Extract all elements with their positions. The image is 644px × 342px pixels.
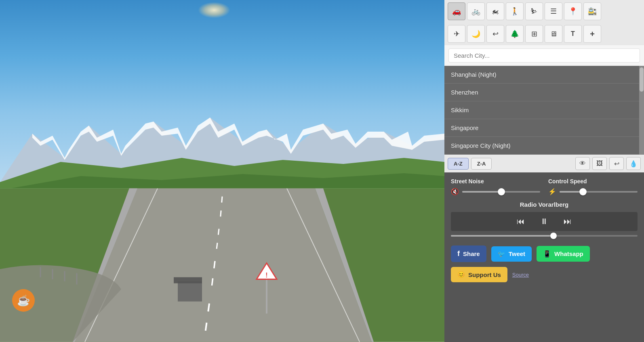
toolbar-menu-btn[interactable]: ☰ — [545, 2, 562, 20]
radio-volume-fill — [451, 235, 554, 237]
toolbar-grid-btn[interactable]: ⊞ — [525, 25, 543, 43]
city-list-container: Shanghai (Night) Shenzhen Sikkim Singapo… — [444, 66, 644, 155]
control-speed-slider-row: ⚡ — [548, 188, 638, 195]
source-link[interactable]: Source — [512, 272, 529, 278]
city-item-shanghai-night[interactable]: Shanghai (Night) — [444, 66, 639, 84]
city-item-shenzhen[interactable]: Shenzhen — [444, 84, 639, 101]
mountains-svg — [0, 109, 444, 198]
mute-icon: 🔇 — [451, 188, 459, 195]
map-view[interactable]: ! ☕ — [0, 0, 444, 342]
sun — [198, 2, 230, 18]
street-noise-track[interactable] — [462, 191, 540, 193]
street-noise-fill — [462, 191, 501, 193]
street-noise-group: Street Noise 🔇 — [451, 178, 540, 195]
svg-rect-19 — [174, 277, 202, 283]
support-button[interactable]: 😊 Support Us — [451, 267, 507, 282]
speed-icon: ⚡ — [548, 188, 556, 195]
toolbar-location-btn[interactable]: 📍 — [564, 2, 582, 20]
toolbar-walk-btn[interactable]: 🚶 — [506, 2, 524, 20]
radio-volume-track[interactable] — [451, 235, 638, 237]
filter-eye-btn[interactable]: 👁 — [575, 157, 590, 170]
control-speed-group: Control Speed ⚡ — [548, 178, 638, 195]
radio-prev-btn[interactable]: ⏮ — [515, 215, 526, 228]
svg-rect-18 — [178, 281, 202, 301]
twitter-icon: 🐦 — [498, 250, 505, 258]
whatsapp-button[interactable]: 📱 Whatsapp — [537, 246, 590, 262]
filter-replay-btn[interactable]: ↩ — [609, 157, 624, 170]
coffee-icon: ☕ — [17, 294, 30, 307]
toolbar-row-1: 🚗 🚲 🏍 🚶 ⛷ ☰ 📍 🚉 — [444, 0, 644, 23]
coffee-button[interactable]: ☕ — [12, 289, 35, 312]
toolbar-bicycle-btn[interactable]: 🚲 — [467, 2, 485, 20]
social-section: f Share 🐦 Tweet 📱 Whatsapp 😊 Support Us … — [444, 241, 644, 286]
controls-section: Street Noise 🔇 Control Speed ⚡ — [444, 172, 644, 199]
street-noise-slider-row: 🔇 — [451, 188, 540, 195]
radio-controls: ⏮ ⏸ ⏭ — [451, 212, 638, 231]
search-input[interactable] — [448, 48, 640, 63]
control-speed-label: Control Speed — [548, 178, 638, 185]
right-panel: 🚗 🚲 🏍 🚶 ⛷ ☰ 📍 🚉 ✈ 🌙 ↩ 🌲 ⊞ 🖥 T + Shanghai… — [444, 0, 644, 342]
filter-thumb-btn[interactable]: 🖼 — [592, 157, 607, 170]
toolbar-motorbike-btn[interactable]: 🏍 — [486, 2, 504, 20]
whatsapp-icon: 📱 — [543, 250, 551, 258]
sort-za-btn[interactable]: Z-A — [471, 158, 492, 170]
road-area: ! — [0, 188, 444, 342]
radio-play-btn[interactable]: ⏸ — [539, 215, 550, 228]
radio-section: Radio Vorarlberg ⏮ ⏸ ⏭ — [444, 199, 644, 241]
city-item-sikkim[interactable]: Sikkim — [444, 101, 639, 119]
toolbar-replay-btn[interactable]: ↩ — [486, 25, 504, 43]
toolbar-car-btn[interactable]: 🚗 — [448, 2, 465, 20]
control-speed-thumb[interactable] — [579, 188, 587, 195]
radio-volume-thumb[interactable] — [550, 233, 557, 239]
radio-title: Radio Vorarlberg — [451, 201, 638, 208]
filter-drop-btn[interactable]: 💧 — [626, 157, 641, 170]
toolbar-ski-btn[interactable]: ⛷ — [525, 2, 543, 20]
sort-filter-row: A-Z Z-A 👁 🖼 ↩ 💧 — [444, 155, 644, 172]
svg-text:!: ! — [265, 271, 267, 278]
street-noise-thumb[interactable] — [498, 188, 505, 195]
toolbar-text-btn[interactable]: T — [564, 25, 582, 43]
sort-az-btn[interactable]: A-Z — [448, 158, 469, 170]
scrollbar-thumb[interactable] — [640, 67, 644, 92]
city-list: Shanghai (Night) Shenzhen Sikkim Singapo… — [444, 66, 639, 155]
facebook-icon: f — [457, 250, 460, 258]
city-item-singapore[interactable]: Singapore — [444, 119, 639, 137]
toolbar-row-2: ✈ 🌙 ↩ 🌲 ⊞ 🖥 T + — [444, 23, 644, 45]
radio-next-btn[interactable]: ⏭ — [562, 215, 573, 228]
tweet-button[interactable]: 🐦 Tweet — [491, 246, 532, 262]
city-list-scrollbar[interactable] — [639, 66, 644, 155]
road-svg: ! — [0, 188, 444, 342]
toolbar-monitor-btn[interactable]: 🖥 — [545, 25, 562, 43]
controls-row: Street Noise 🔇 Control Speed ⚡ — [451, 178, 638, 195]
street-noise-label: Street Noise — [451, 178, 540, 185]
share-button[interactable]: f Share — [451, 245, 486, 262]
city-item-singapore-city-night[interactable]: Singapore City (Night) — [444, 137, 639, 155]
emoji-icon: 😊 — [457, 271, 465, 278]
toolbar-transit-btn[interactable]: 🚉 — [583, 2, 601, 20]
toolbar-night-btn[interactable]: 🌙 — [467, 25, 485, 43]
control-speed-track[interactable] — [560, 191, 638, 193]
toolbar-add-btn[interactable]: + — [583, 25, 601, 43]
search-bar — [444, 45, 644, 66]
toolbar-drone-btn[interactable]: ✈ — [448, 25, 465, 43]
radio-volume-row — [451, 235, 638, 237]
toolbar-nature-btn[interactable]: 🌲 — [506, 25, 524, 43]
